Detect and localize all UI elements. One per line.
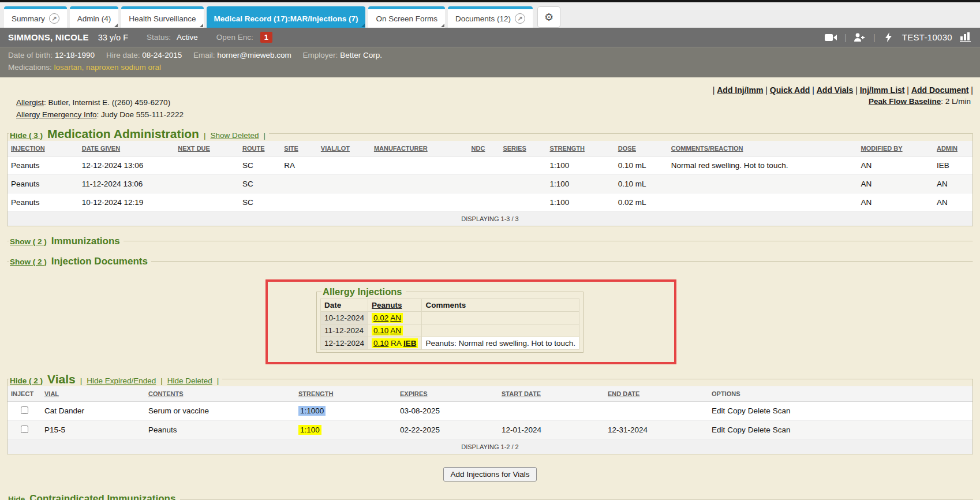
allergist-link[interactable]: Allergist: [16, 98, 44, 107]
inj-imm-list-link[interactable]: Inj/Imm List: [860, 85, 905, 95]
med-admin-hide-toggle[interactable]: Hide ( 3 ): [10, 131, 43, 140]
col-dose[interactable]: DOSE: [615, 141, 668, 156]
allergy-info-row: Allergist: Butler, Internist E. ((260) 4…: [6, 97, 974, 121]
contraindicated-immunizations-section: Hide Contraindicated Immunizations: [8, 493, 973, 500]
inject-checkbox[interactable]: [21, 426, 28, 433]
email-value: horner@mieweb.com: [217, 51, 291, 59]
scan-link[interactable]: Scan: [773, 406, 791, 415]
allergy-emergency-info-link[interactable]: Allergy Emergency Info: [16, 110, 97, 119]
dose-link[interactable]: 0.02: [373, 314, 388, 322]
col-route[interactable]: ROUTE: [239, 141, 280, 156]
injection-comment: [422, 311, 579, 324]
medications-links[interactable]: losartan, naproxen sodium oral: [54, 63, 161, 72]
dose-link[interactable]: 0.10: [373, 326, 388, 335]
add-injections-for-vials-button[interactable]: Add Injections for Vials: [443, 467, 536, 482]
open-enc-label: Open Enc:: [216, 33, 253, 42]
quick-add-link[interactable]: Quick Add: [770, 85, 810, 95]
col-modified-by[interactable]: MODIFIED BY: [858, 141, 933, 156]
contraindicated-hide-toggle[interactable]: Hide: [8, 495, 25, 500]
col-comments-reaction[interactable]: COMMENTS/REACTION: [668, 141, 858, 156]
open-encounter-badge[interactable]: 1: [260, 32, 272, 43]
hire-date-value: 08-24-2015: [142, 51, 182, 59]
injection-documents-title: Injection Documents: [51, 256, 148, 267]
col-series[interactable]: SERIES: [499, 141, 546, 156]
red-annotation-box: Allergy Injections Date Peanuts Comments…: [265, 279, 676, 364]
copy-link[interactable]: Copy: [727, 406, 746, 415]
col-ndc[interactable]: NDC: [468, 141, 500, 156]
hire-date-label: Hire date:: [106, 51, 140, 59]
initials-link[interactable]: IEB: [403, 339, 417, 348]
copy-link[interactable]: Copy: [727, 426, 746, 434]
col-end-date[interactable]: END DATE: [604, 386, 708, 402]
add-inj-imm-link[interactable]: Add Inj/Imm: [717, 85, 763, 95]
tab-fold-icon: [441, 24, 444, 27]
col-start-date[interactable]: START DATE: [498, 386, 604, 402]
tab-admin[interactable]: Admin (4): [70, 6, 119, 28]
immunizations-show-toggle[interactable]: Show ( 2 ): [10, 237, 47, 246]
col-injection[interactable]: INJECTION: [8, 141, 78, 156]
col-date: Date: [321, 298, 368, 311]
col-next-due[interactable]: NEXT DUE: [174, 141, 239, 156]
vial-expires: 03-08-2025: [397, 401, 498, 420]
col-vial[interactable]: VIAL: [41, 386, 145, 402]
quick-links-row: | Add Inj/Imm | Quick Add | Add Vials | …: [6, 85, 973, 95]
col-contents[interactable]: CONTENTS: [145, 386, 295, 402]
col-admin[interactable]: ADMIN: [933, 141, 972, 156]
col-manufacturer[interactable]: MANUFACTURER: [371, 141, 468, 156]
tab-admin-label: Admin (4): [77, 14, 111, 23]
col-strength[interactable]: STRENGTH: [546, 141, 614, 156]
video-camera-icon[interactable]: [825, 32, 837, 43]
table-row[interactable]: Peanuts10-12-2024 12:19 SC 1:100 0.02 mL…: [8, 193, 972, 211]
site-text: RA: [391, 339, 401, 348]
patient-header-bar: SIMMONS, NICOLE 33 y/o F Status: Active …: [0, 28, 980, 47]
tab-documents[interactable]: Documents (12) ↗: [448, 6, 533, 28]
col-expires[interactable]: EXPIRES: [397, 386, 498, 402]
gear-icon: ⚙︎: [544, 11, 553, 24]
dob-label: Date of birth:: [8, 51, 53, 59]
lightning-bolt-icon[interactable]: [882, 32, 895, 43]
add-document-link[interactable]: Add Document: [911, 85, 969, 95]
hide-deleted-link[interactable]: Hide Deleted: [167, 376, 212, 385]
col-peanuts[interactable]: Peanuts: [368, 298, 422, 311]
table-row[interactable]: Peanuts11-12-2024 13:06 SC 1:100 0.10 mL…: [8, 174, 972, 193]
person-add-icon[interactable]: [854, 32, 866, 43]
tab-fold-icon: [114, 24, 118, 27]
tab-medical-record[interactable]: Medical Record (17):MAR/Injections (7): [207, 6, 366, 28]
col-vial-lot[interactable]: VIAL/LOT: [317, 141, 371, 156]
table-header-row: INJECT VIAL CONTENTS STRENGTH EXPIRES ST…: [8, 386, 972, 402]
col-strength[interactable]: STRENGTH: [295, 386, 397, 402]
bar-chart-icon[interactable]: [959, 32, 972, 43]
tab-on-screen-forms[interactable]: On Screen Forms: [368, 6, 445, 28]
allergy-injections-panel: Allergy Injections Date Peanuts Comments…: [316, 286, 583, 353]
table-row[interactable]: Peanuts12-12-2024 13:06 SC RA 1:100 0.10…: [8, 156, 972, 174]
col-site[interactable]: SITE: [280, 141, 317, 156]
table-paging-status: DISPLAYING 1-2 / 2: [8, 440, 972, 454]
edit-link[interactable]: Edit: [712, 406, 725, 415]
delete-link[interactable]: Delete: [748, 426, 770, 434]
show-deleted-link[interactable]: Show Deleted: [210, 131, 259, 140]
settings-gear-button[interactable]: ⚙︎: [537, 6, 560, 28]
employer-label: Employer:: [303, 51, 338, 59]
peak-flow-baseline: Peak Flow Baseline: 2 L/min: [869, 97, 971, 121]
edit-link[interactable]: Edit: [712, 426, 725, 434]
vial-name: Cat Dander: [41, 401, 145, 420]
popout-arrow-icon[interactable]: ↗: [49, 13, 59, 24]
peak-flow-baseline-link[interactable]: Peak Flow Baseline: [869, 97, 941, 106]
injection-documents-show-toggle[interactable]: Show ( 2 ): [10, 258, 47, 266]
add-vials-link[interactable]: Add Vials: [817, 85, 854, 95]
hide-expired-ended-link[interactable]: Hide Expired/Ended: [87, 376, 156, 385]
injection-entry: 0.10 RA IEB: [368, 337, 422, 349]
col-date-given[interactable]: DATE GIVEN: [78, 141, 175, 156]
dose-link[interactable]: 0.10: [373, 339, 388, 348]
tab-summary[interactable]: Summary ↗: [4, 6, 67, 28]
patient-name: SIMMONS, NICOLE: [8, 32, 89, 42]
inject-checkbox[interactable]: [21, 406, 28, 414]
initials-link[interactable]: AN: [390, 314, 401, 322]
initials-link[interactable]: AN: [390, 326, 401, 335]
vials-hide-toggle[interactable]: Hide ( 2 ): [10, 376, 43, 385]
separator: |: [844, 32, 847, 42]
delete-link[interactable]: Delete: [748, 406, 770, 415]
tab-health-surveillance[interactable]: Health Surveillance: [121, 6, 203, 28]
popout-arrow-icon[interactable]: ↗: [515, 13, 525, 24]
scan-link[interactable]: Scan: [773, 426, 791, 434]
